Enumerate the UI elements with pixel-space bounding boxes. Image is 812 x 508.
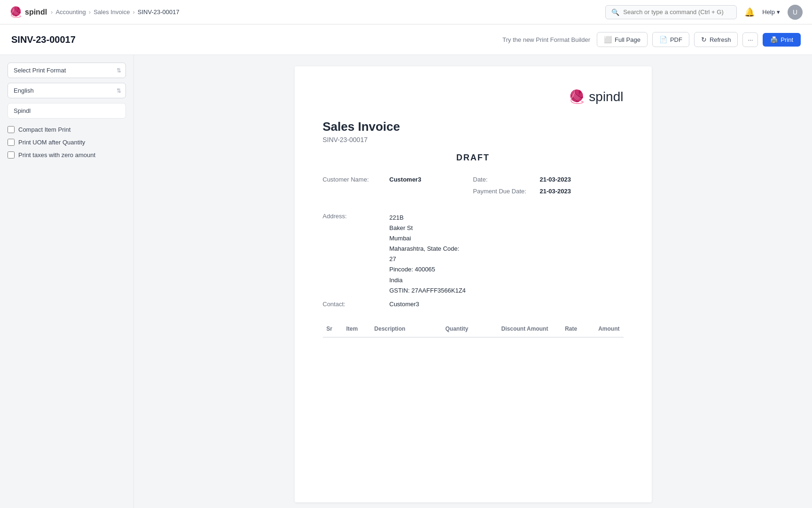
print-taxes-label: Print taxes with zero amount <box>18 151 95 159</box>
company-label: Spindl <box>14 107 31 114</box>
compact-item-label: Compact Item Print <box>18 126 70 133</box>
address-line-7: GSTIN: 27AAFFF3566K1Z4 <box>390 286 466 296</box>
date-label: Date: <box>473 176 534 183</box>
address-line-0: 221B <box>390 213 466 223</box>
top-navigation: 🧶 spindl › Accounting › Sales Invoice › … <box>0 0 812 24</box>
avatar-initial: U <box>793 8 797 16</box>
refresh-icon: ↻ <box>701 36 707 43</box>
date-value: 21-03-2023 <box>540 176 571 183</box>
invoice-document: 🧶 spindl Sales Invoice SINV-23-00017 DRA… <box>295 66 652 502</box>
refresh-button[interactable]: ↻ Refresh <box>694 32 738 47</box>
contact-value: Customer3 <box>390 301 420 308</box>
col-amount: Amount <box>581 321 623 337</box>
print-uom-label: Print UOM after Quantity <box>18 139 85 146</box>
address-line-3: Maharashtra, State Code: <box>390 244 466 254</box>
avatar[interactable]: U <box>788 5 803 20</box>
contact-label: Contact: <box>323 301 384 308</box>
print-taxes-checkbox-row[interactable]: Print taxes with zero amount <box>8 151 126 159</box>
invoice-draft-label: DRAFT <box>323 153 624 163</box>
breadcrumb-sep-1: › <box>89 8 91 16</box>
pdf-button[interactable]: 📄 PDF <box>652 32 689 47</box>
checkbox-group: Compact Item Print Print UOM after Quant… <box>8 126 126 159</box>
content-area: 🧶 spindl Sales Invoice SINV-23-00017 DRA… <box>134 55 812 508</box>
search-icon: 🔍 <box>611 8 619 16</box>
try-builder-text: Try the new Print Format Builder <box>502 36 590 43</box>
page-title: SINV-23-00017 <box>11 34 76 45</box>
col-rate: Rate <box>552 321 581 337</box>
breadcrumb-sep-2: › <box>133 8 134 16</box>
print-label: Print <box>781 36 793 43</box>
col-quantity: Quantity <box>427 321 472 337</box>
table-header: Sr Item Description Quantity Discount Am… <box>323 321 624 337</box>
compact-item-checkbox-row[interactable]: Compact Item Print <box>8 126 126 133</box>
print-format-wrapper: Select Print Format ⇅ <box>8 63 126 78</box>
full-page-label: Full Page <box>615 36 640 43</box>
customer-name-label: Customer Name: <box>323 176 384 183</box>
print-taxes-checkbox[interactable] <box>8 151 15 159</box>
customer-name-row: Customer Name: Customer3 <box>323 176 473 199</box>
more-button[interactable]: ··· <box>742 32 758 47</box>
full-page-button[interactable]: ⬜ Full Page <box>597 32 648 47</box>
help-chevron-icon: ▾ <box>777 8 780 16</box>
print-uom-checkbox[interactable] <box>8 139 15 146</box>
address-line-5: Pincode: 400065 <box>390 264 466 275</box>
print-uom-checkbox-row[interactable]: Print UOM after Quantity <box>8 139 126 146</box>
print-format-select[interactable]: Select Print Format <box>8 63 126 78</box>
full-page-icon: ⬜ <box>604 36 612 43</box>
address-line-2: Mumbai <box>390 233 466 244</box>
main-layout: Select Print Format ⇅ English ⇅ Spindl C… <box>0 55 812 508</box>
table-header-row: Sr Item Description Quantity Discount Am… <box>323 321 624 337</box>
breadcrumb-current: SINV-23-00017 <box>138 8 180 16</box>
logo-icon: 🧶 <box>9 6 22 18</box>
address-line-1: Baker St <box>390 223 466 233</box>
language-wrapper: English ⇅ <box>8 83 126 98</box>
customer-info-row: Customer Name: Customer3 <box>323 176 473 183</box>
address-row: Address: 221B Baker St Mumbai Maharashtr… <box>323 213 624 296</box>
payment-due-label: Payment Due Date: <box>473 188 534 195</box>
invoice-logo: 🧶 spindl <box>323 89 624 104</box>
payment-due-value: 21-03-2023 <box>540 188 571 195</box>
invoice-number: SINV-23-00017 <box>323 136 624 143</box>
refresh-label: Refresh <box>710 36 731 43</box>
invoice-logo-icon: 🧶 <box>569 89 585 104</box>
more-label: ··· <box>748 36 753 43</box>
breadcrumb-sales-invoice[interactable]: Sales Invoice <box>94 8 130 16</box>
print-icon: 🖨️ <box>770 36 778 43</box>
nav-left: 🧶 spindl › Accounting › Sales Invoice › … <box>9 6 180 18</box>
nav-right: 🔍 🔔 Help ▾ U <box>605 5 803 20</box>
contact-row: Contact: Customer3 <box>323 301 624 308</box>
breadcrumb: › Accounting › Sales Invoice › SINV-23-0… <box>51 8 180 16</box>
search-bar[interactable]: 🔍 <box>605 5 737 19</box>
items-table: Sr Item Description Quantity Discount Am… <box>323 321 624 338</box>
search-input[interactable] <box>623 8 731 16</box>
date-row: Date: 21-03-2023 <box>473 176 624 183</box>
pdf-label: PDF <box>670 36 682 43</box>
invoice-logo-text: 🧶 spindl <box>569 89 623 104</box>
address-content: 221B Baker St Mumbai Maharashtra, State … <box>390 213 466 296</box>
invoice-title: Sales Invoice <box>323 119 624 134</box>
address-label: Address: <box>323 213 384 296</box>
address-line-6: India <box>390 275 466 286</box>
language-select[interactable]: English <box>8 83 126 98</box>
logo-text: spindl <box>25 8 47 16</box>
payment-due-row: Payment Due Date: 21-03-2023 <box>473 188 624 195</box>
col-description: Description <box>371 321 428 337</box>
col-discount-amount: Discount Amount <box>472 321 552 337</box>
customer-name-value: Customer3 <box>390 176 422 183</box>
bell-icon[interactable]: 🔔 <box>744 7 755 17</box>
company-tag: Spindl <box>8 103 126 119</box>
pdf-icon: 📄 <box>659 36 667 43</box>
invoice-info-grid: Customer Name: Customer3 Date: 21-03-202… <box>323 176 624 199</box>
breadcrumb-sep-0: › <box>51 8 53 16</box>
invoice-logo-name: spindl <box>589 89 623 104</box>
help-label: Help <box>762 8 775 16</box>
breadcrumb-accounting[interactable]: Accounting <box>55 8 86 16</box>
date-info-col: Date: 21-03-2023 Payment Due Date: 21-03… <box>473 176 624 199</box>
col-item: Item <box>343 321 371 337</box>
logo[interactable]: 🧶 spindl <box>9 6 47 18</box>
col-sr: Sr <box>323 321 343 337</box>
compact-item-checkbox[interactable] <box>8 126 15 133</box>
help-button[interactable]: Help ▾ <box>762 8 780 16</box>
print-button[interactable]: 🖨️ Print <box>763 33 801 47</box>
header-actions: Try the new Print Format Builder ⬜ Full … <box>502 32 801 47</box>
